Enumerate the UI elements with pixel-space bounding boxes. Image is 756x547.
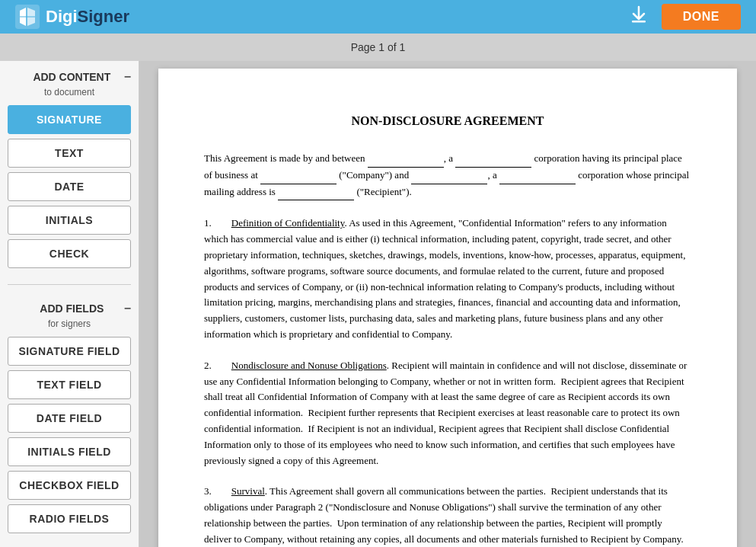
doc-section-2: 2. Nondisclosure and Nonuse Obligations.… — [204, 358, 691, 469]
doc-intro: This Agreement is made by and between , … — [204, 151, 691, 200]
doc-section-3: 3. Survival. This Agreement shall govern… — [204, 484, 691, 547]
section-1-heading: Definition of Confidentiality — [231, 217, 345, 229]
add-content-subtitle: to document — [8, 87, 131, 98]
sidebar-btn-checkbox-field[interactable]: CHECKBOX FIELD — [8, 471, 131, 500]
document-area: NON-DISCLOSURE AGREEMENT This Agreement … — [139, 61, 756, 547]
sidebar-btn-signature[interactable]: SIGNATURE — [8, 105, 131, 134]
sidebar-btn-check[interactable]: CHECK — [8, 239, 131, 268]
doc-section-1: 1. Definition of Confidentiality. As use… — [204, 216, 691, 342]
section-1-number: 1. — [204, 217, 212, 229]
app-header: DigiSigner DONE — [0, 0, 756, 34]
sidebar-btn-radio-fields[interactable]: RADIO FIELDS — [8, 504, 131, 533]
download-icon[interactable] — [628, 4, 649, 30]
doc-title: NON-DISCLOSURE AGREEMENT — [204, 114, 691, 128]
section-2-number: 2. — [204, 360, 212, 371]
logo-icon — [15, 5, 40, 29]
sidebar-btn-initials[interactable]: INITIALS — [8, 206, 131, 235]
add-fields-header: ADD FIELDS − — [8, 302, 131, 315]
svg-rect-4 — [632, 21, 646, 23]
sidebar-btn-text[interactable]: TEXT — [8, 139, 131, 168]
section-3-heading: Survival — [231, 485, 265, 497]
header-actions: DONE — [628, 4, 741, 30]
sidebar-btn-text-field[interactable]: TEXT FIELD — [8, 370, 131, 399]
doc-body: This Agreement is made by and between , … — [204, 151, 691, 547]
main-layout: ADD CONTENT − to document SIGNATURE TEXT… — [0, 61, 756, 547]
add-fields-subtitle: for signers — [8, 318, 131, 329]
add-fields-title: ADD FIELDS — [20, 302, 124, 315]
document-page: NON-DISCLOSURE AGREEMENT This Agreement … — [158, 69, 737, 547]
sidebar-btn-signature-field[interactable]: SIGNATURE FIELD — [8, 337, 131, 366]
logo: DigiSigner — [15, 5, 129, 29]
page-indicator: Page 1 of 1 — [0, 34, 756, 61]
logo-text: DigiSigner — [46, 7, 129, 27]
section-2-heading: Nondisclosure and Nonuse Obligations — [231, 360, 387, 371]
add-content-header: ADD CONTENT − — [8, 70, 131, 84]
section-3-number: 3. — [204, 485, 212, 497]
sidebar-btn-initials-field[interactable]: INITIALS FIELD — [8, 437, 131, 466]
add-fields-collapse-icon[interactable]: − — [124, 302, 131, 315]
sidebar: ADD CONTENT − to document SIGNATURE TEXT… — [0, 61, 139, 547]
sidebar-btn-date-field[interactable]: DATE FIELD — [8, 404, 131, 433]
sidebar-btn-date[interactable]: DATE — [8, 172, 131, 201]
add-content-collapse-icon[interactable]: − — [124, 70, 131, 84]
done-button[interactable]: DONE — [662, 4, 741, 30]
add-content-title: ADD CONTENT — [20, 71, 124, 83]
